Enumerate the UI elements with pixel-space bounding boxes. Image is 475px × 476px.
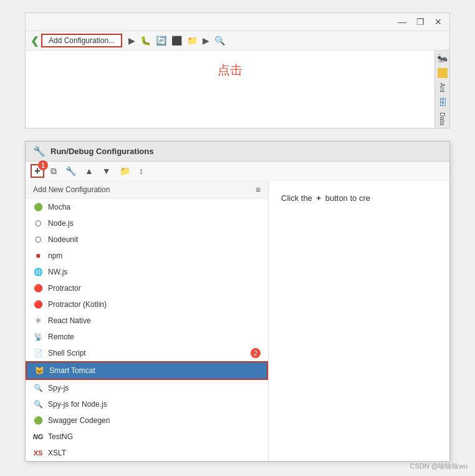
list-item[interactable]: ⚛ React Native — [26, 313, 268, 329]
add-new-button[interactable]: + 1 — [31, 164, 44, 178]
item-label: Remote — [48, 333, 74, 341]
config-list: Add New Configuration ≡ 🟢 Mocha ⬡ Node.j… — [26, 181, 269, 461]
click-hint-suffix: button to cre — [325, 193, 370, 203]
run-with-coverage-icon[interactable]: 🔄 — [155, 34, 168, 47]
move-up-button[interactable]: ▲ — [82, 165, 96, 177]
spyjs-node-icon: 🔍 — [33, 399, 43, 409]
config-list-sort-icon[interactable]: ≡ — [256, 185, 261, 195]
stop-icon[interactable]: ⬛ — [170, 34, 183, 47]
list-item[interactable]: ■ npm — [26, 248, 268, 264]
list-item-shell-script[interactable]: 📄 Shell Script 2 — [26, 345, 268, 361]
npm-icon: ■ — [33, 251, 43, 261]
toolbar-icons: ▶ 🐛 🔄 ⬛ 📁 ▶ 🔍 — [127, 34, 226, 47]
protractor-kotlin-icon: 🔴 — [33, 299, 43, 309]
list-item[interactable]: NG TestNG — [26, 429, 268, 445]
config-list-title: Add New Configuration — [33, 185, 110, 194]
click-hint-prefix: Click the — [281, 193, 312, 203]
run-debug-dialog: 🔧 Run/Debug Configurations + 1 ⧉ 🔧 ▲ ▼ 📁… — [25, 141, 450, 462]
item-label: React Native — [48, 316, 91, 325]
run-icon[interactable]: ▶ — [127, 34, 137, 47]
search-everywhere-icon[interactable]: 🔍 — [213, 34, 226, 47]
debug-icon[interactable]: 🐛 — [139, 34, 152, 47]
config-detail: Click the + button to cre — [269, 181, 449, 461]
dialog-body: Add New Configuration ≡ 🟢 Mocha ⬡ Node.j… — [26, 181, 449, 461]
data-label: Data — [439, 112, 446, 125]
list-item[interactable]: 🟢 Mocha — [26, 199, 268, 215]
click-hint-text: Click the + button to cre — [281, 193, 370, 203]
item-label: npm — [48, 251, 62, 260]
smart-tomcat-icon: 🐱 — [34, 366, 44, 376]
shell-script-badge: 2 — [251, 348, 261, 358]
back-button[interactable]: ❮ — [31, 35, 39, 47]
item-label: TestNG — [48, 432, 73, 441]
item-label: Swagger Codegen — [48, 416, 110, 425]
list-item[interactable]: 🔍 Spy-js — [26, 380, 268, 396]
nodejs-icon: ⬡ — [33, 218, 43, 228]
edit-config-button[interactable]: 🔧 — [63, 165, 79, 177]
list-item[interactable]: ⬡ Node.js — [26, 215, 268, 231]
item-label: NW.js — [48, 268, 67, 276]
nodeunit-icon: ⬡ — [33, 235, 43, 245]
list-item[interactable]: 🔴 Protractor — [26, 280, 268, 296]
mocha-icon: 🟢 — [33, 202, 43, 212]
ide-toolbar: ❮ Add Configuration... ▶ 🐛 🔄 ⬛ 📁 ▶ 🔍 — [26, 31, 449, 51]
sort-button[interactable]: ↕ — [137, 165, 146, 177]
spyjs-icon: 🔍 — [33, 383, 43, 393]
plus-hint-icon: + — [316, 193, 321, 203]
react-native-icon: ⚛ — [33, 316, 43, 326]
list-item[interactable]: 🌐 NW.js — [26, 264, 268, 280]
item-label: Spy-js — [48, 384, 69, 392]
item-label: Spy-js for Node.js — [48, 400, 107, 409]
item-label: Protractor (Kotlin) — [48, 300, 107, 309]
shell-script-icon: 📄 — [33, 348, 43, 358]
dialog-title-text: Run/Debug Configurations — [50, 147, 153, 156]
list-item[interactable]: XS XSLT — [26, 445, 268, 461]
item-label: Nodeunit — [48, 235, 78, 244]
copy-config-button[interactable]: ⧉ — [48, 165, 59, 178]
item-label: XSLT — [48, 449, 66, 457]
list-item[interactable]: 🔍 Spy-js for Node.js — [26, 396, 268, 412]
close-button[interactable]: ✕ — [432, 16, 444, 28]
list-item[interactable]: 📡 Remote — [26, 329, 268, 345]
watermark: CSDN @咏咏咏wu — [410, 462, 468, 471]
ide-content: 点击 🐜 Ant 🗄 Data — [26, 51, 449, 128]
testng-icon: NG — [33, 432, 43, 442]
list-item-smart-tomcat[interactable]: 🐱 Smart Tomcat — [26, 361, 268, 380]
list-item[interactable]: 🔴 Protractor (Kotlin) — [26, 296, 268, 313]
remote-icon: 📡 — [33, 332, 43, 342]
database-icon: 🗄 — [438, 97, 447, 107]
config-list-header: Add New Configuration ≡ — [26, 181, 268, 199]
swagger-icon: 🟢 — [33, 415, 43, 425]
dialog-titlebar: 🔧 Run/Debug Configurations — [26, 142, 449, 162]
move-down-button[interactable]: ▼ — [100, 165, 113, 177]
ant-icon: 🐜 — [437, 53, 448, 63]
list-item[interactable]: 🟢 Swagger Codegen — [26, 412, 268, 429]
item-label-shell-script: Shell Script — [48, 349, 86, 357]
nwjs-icon: 🌐 — [33, 267, 43, 277]
list-item[interactable]: ⬡ Nodeunit — [26, 231, 268, 248]
protractor-icon: 🔴 — [33, 283, 43, 293]
item-label: Mocha — [48, 203, 70, 211]
ide-titlebar: — ❐ ✕ — [26, 13, 449, 31]
item-label-smart-tomcat: Smart Tomcat — [49, 366, 95, 375]
add-configuration-button[interactable]: Add Configuration... — [41, 34, 122, 47]
dialog-title-icon: 🔧 — [33, 145, 46, 157]
minimize-button[interactable]: — — [395, 16, 409, 28]
xslt-icon: XS — [33, 448, 43, 458]
ant-label: Ant — [439, 83, 446, 92]
build-icon[interactable]: 📁 — [186, 34, 199, 47]
dialog-toolbar: + 1 ⧉ 🔧 ▲ ▼ 📁 ↕ — [26, 162, 449, 181]
ide-main-area: 点击 — [26, 51, 434, 128]
ide-right-panel: 🐜 Ant 🗄 Data — [434, 51, 449, 128]
run-config-icon[interactable]: ▶ — [201, 34, 211, 47]
maximize-button[interactable]: ❐ — [414, 16, 427, 28]
click-hint-chinese: 点击 — [31, 56, 429, 85]
add-button-badge: 1 — [38, 160, 48, 170]
ide-window: — ❐ ✕ ❮ Add Configuration... ▶ 🐛 🔄 ⬛ 📁 ▶… — [25, 12, 450, 129]
item-label: Node.js — [48, 219, 74, 228]
yellow-indicator — [438, 68, 448, 78]
folder-button[interactable]: 📁 — [117, 165, 133, 177]
item-label: Protractor — [48, 284, 81, 293]
